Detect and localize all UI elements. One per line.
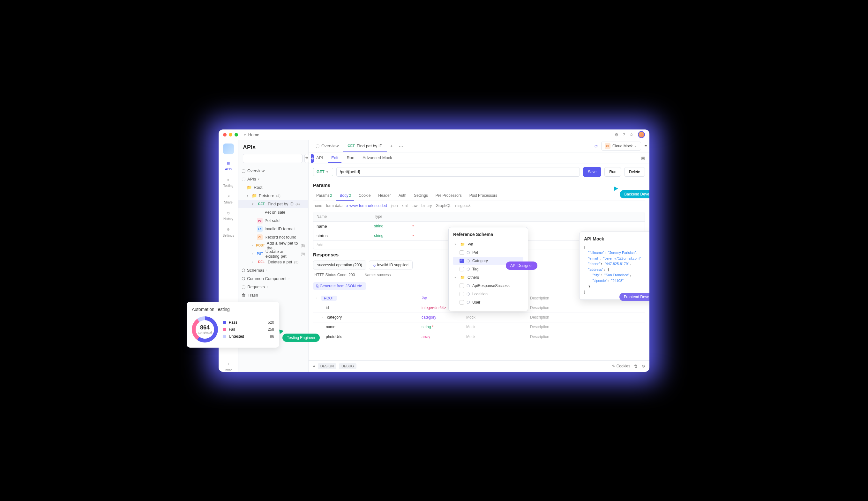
minimize-icon[interactable]: [229, 133, 232, 137]
gear-icon[interactable]: ⚙: [615, 132, 618, 137]
tree-petstore[interactable]: ▾📁Petstore(4): [238, 192, 308, 200]
tree-root[interactable]: 📁Root: [238, 183, 308, 192]
popover-group-others[interactable]: ▾📁Others: [453, 273, 523, 281]
btab-binary[interactable]: binary: [421, 203, 432, 208]
resp-tab-invalid[interactable]: ◇Invalid ID supplied: [369, 260, 412, 269]
rail-item-share[interactable]: ↗ Share: [224, 193, 233, 204]
save-button[interactable]: Save: [583, 167, 601, 177]
filter-button[interactable]: ⚗: [304, 154, 309, 163]
popover-item[interactable]: ⬡Pet: [453, 248, 523, 257]
rail-item-apis[interactable]: ▦ APIs: [225, 160, 232, 171]
generate-button[interactable]: ⎘Generate from JSON etc.: [313, 282, 366, 290]
callout-testing: Testing Engineer: [282, 333, 320, 342]
invite-icon: +: [225, 361, 232, 367]
btab-formdata[interactable]: form-data: [326, 203, 342, 208]
workspace-avatar[interactable]: [223, 143, 234, 154]
rail-item-settings[interactable]: ⚙ Settings: [222, 226, 234, 237]
tree-common[interactable]: ⬡Common Component›: [238, 275, 308, 283]
subtab-api[interactable]: API: [313, 153, 326, 163]
callout-backend: Backend Developer: [620, 190, 649, 198]
url-input[interactable]: [336, 167, 580, 177]
schema-row[interactable]: ›categorycategoryMockDescription: [313, 313, 645, 322]
bell-icon[interactable]: ♤: [630, 132, 634, 137]
tree-update-pet[interactable]: ›PUTUpdate an existing pet(9): [238, 250, 308, 258]
share-icon: ↗: [225, 193, 232, 200]
tab-more[interactable]: ⋯: [396, 144, 406, 149]
tab-add[interactable]: +: [387, 144, 396, 149]
tree-invalid-id[interactable]: LoInvalid ID format: [238, 225, 308, 233]
method-select[interactable]: GET▾: [313, 168, 333, 176]
tree-apis[interactable]: ▢APIs▾: [238, 175, 308, 183]
callout-api-designer: API Designer: [506, 262, 537, 270]
tree-trash[interactable]: 🗑Trash: [238, 291, 308, 299]
param-tabs: Params2 Body2 Cookie Header Auth Setting…: [313, 191, 645, 201]
tree-add-pet[interactable]: ›POSTAdd a new pet to the…(5): [238, 242, 308, 250]
schema-row[interactable]: namestring *MockDescription: [313, 322, 645, 332]
home-button[interactable]: ⌂ Home: [244, 132, 260, 137]
maximize-icon[interactable]: [234, 133, 238, 137]
popover-item[interactable]: ⬡User: [453, 298, 523, 307]
subtab-advanced-mock[interactable]: Advanced Mock: [359, 153, 395, 163]
btab-none[interactable]: none: [314, 203, 322, 208]
btab-raw[interactable]: raw: [411, 203, 417, 208]
subtab-run[interactable]: Run: [343, 153, 357, 163]
tab-overview[interactable]: ▢Overview: [311, 140, 343, 152]
ptab-settings[interactable]: Settings: [411, 191, 431, 201]
tree-schemas[interactable]: ⬡Schemas›: [238, 266, 308, 275]
callout-frontend: Frontend Developer: [619, 293, 649, 301]
ptab-params[interactable]: Params2: [313, 191, 335, 201]
info-icon[interactable]: ⊙: [642, 364, 645, 368]
rail-item-testing[interactable]: ≡ Testing: [223, 177, 233, 188]
menu-icon[interactable]: ≡: [644, 144, 647, 149]
rail-item-history[interactable]: ◷ History: [223, 210, 233, 221]
trash-icon[interactable]: 🗑: [634, 364, 638, 368]
sync-icon[interactable]: ⟳: [595, 144, 598, 149]
mode-debug[interactable]: DEBUG: [339, 363, 356, 369]
legend-row: Untested86: [223, 333, 274, 340]
tree-pet-sold[interactable]: PePet sold: [238, 216, 308, 225]
mode-design[interactable]: DESIGN: [318, 363, 336, 369]
help-icon[interactable]: ?: [623, 132, 625, 137]
tree-not-found[interactable]: ClRecord not found: [238, 233, 308, 242]
settings-icon: ⚙: [225, 226, 231, 233]
home-icon: ⌂: [244, 132, 247, 137]
ptab-post[interactable]: Post Processors: [466, 191, 500, 201]
popover-group-pet[interactable]: ▾📁Pet: [453, 240, 523, 248]
ptab-auth[interactable]: Auth: [395, 191, 410, 201]
window-controls[interactable]: [223, 133, 238, 137]
cookies-button[interactable]: ✎ Cookies: [612, 364, 630, 368]
btab-msgpack[interactable]: msgpack: [456, 203, 471, 208]
popover-item[interactable]: ⬡ApiResponseSuccess: [453, 281, 523, 290]
tab-find-pet[interactable]: GETFind pet by ID: [343, 140, 387, 152]
subtab-edit[interactable]: Edit: [328, 153, 342, 163]
run-button[interactable]: Run: [604, 167, 621, 177]
tree-overview[interactable]: ▢Overview: [238, 167, 308, 175]
url-bar: GET▾ Save Run Delete: [308, 164, 649, 180]
schema-row[interactable]: photoUrlsarrayMockDescription: [313, 332, 645, 342]
ptab-header[interactable]: Header: [375, 191, 394, 201]
home-label: Home: [248, 132, 260, 137]
btab-xml[interactable]: xml: [401, 203, 408, 208]
btab-xwww[interactable]: x-www-form-urlencoded: [346, 203, 387, 208]
tree-find-pet[interactable]: ▾GETFind pet by ID(4): [238, 200, 308, 208]
view-tabs: API Edit Run Advanced Mock ▣: [308, 152, 649, 164]
btab-json[interactable]: json: [390, 203, 398, 208]
resp-tab-ok[interactable]: successful operation (200): [313, 260, 366, 269]
tree-pet-onsale[interactable]: Pet on sale: [238, 208, 308, 216]
ptab-pre[interactable]: Pre Processors: [432, 191, 465, 201]
rail-item-invite[interactable]: + Invite: [224, 361, 232, 372]
popover-item[interactable]: ⬡Localtion: [453, 290, 523, 298]
delete-button[interactable]: Delete: [624, 167, 645, 177]
avatar[interactable]: [638, 131, 645, 138]
tree-requests[interactable]: ▢Requests›: [238, 283, 308, 291]
close-icon[interactable]: [223, 133, 227, 137]
ptab-cookie[interactable]: Cookie: [355, 191, 374, 201]
footer: « DESIGN DEBUG ✎ Cookies 🗑 ⊙: [308, 360, 649, 372]
environment-select[interactable]: ClCloud Mock▾: [601, 141, 641, 150]
tree-delete-pet[interactable]: ›DELDeletes a pet(3): [238, 258, 308, 266]
ptab-body[interactable]: Body2: [336, 191, 354, 201]
layout-icon[interactable]: ▣: [641, 156, 645, 160]
history-icon: ◷: [225, 210, 232, 216]
btab-graphql[interactable]: GraphQL: [436, 203, 451, 208]
search-input[interactable]: [243, 154, 303, 163]
